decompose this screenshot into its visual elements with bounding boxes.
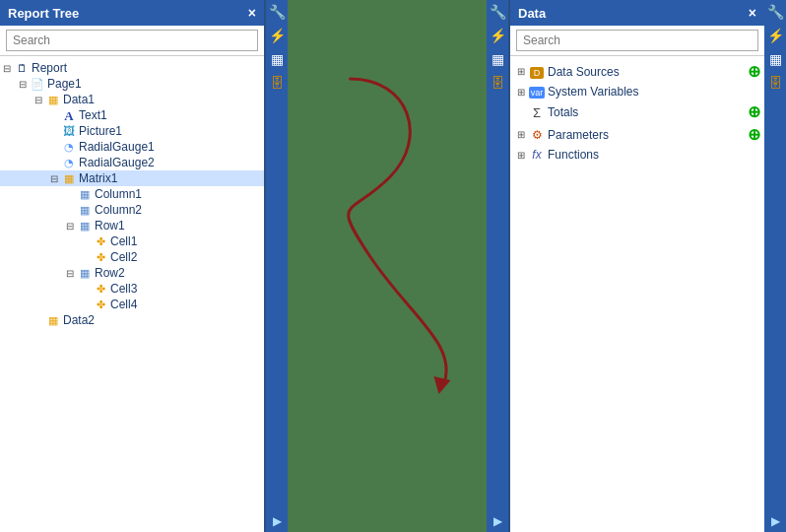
icon-text1: A (61, 108, 77, 122)
tree-item-cell4[interactable]: ✤Cell4 (0, 297, 264, 312)
arrow-drawing (288, 0, 487, 532)
icon-cell1: ✤ (93, 234, 108, 248)
data-label-datasources: Data Sources (548, 65, 744, 79)
label-matrix1: Matrix1 (79, 171, 117, 185)
tree-item-data2[interactable]: ▦Data2 (0, 312, 264, 328)
database-icon-r[interactable]: 🗄 (768, 75, 782, 91)
middle-right-toolbar: 🔧⚡▦🗄▶ (487, 0, 508, 532)
toggle-row1[interactable]: ⊟ (63, 221, 77, 232)
wrench-icon-r[interactable]: 🔧 (767, 4, 784, 20)
right-search-input[interactable] (516, 30, 758, 51)
tree-item-cell2[interactable]: ✤Cell2 (0, 249, 264, 265)
label-cell1: Cell1 (110, 234, 137, 248)
left-panel-title: Report Tree (8, 6, 79, 21)
data-icon-totals: Σ (528, 105, 546, 119)
right-panel: Data × ⊞DData Sources⊕⊞varSystem Variabl… (508, 0, 764, 532)
icon-cell2: ✤ (93, 250, 108, 264)
icon-column2: ▦ (77, 203, 93, 217)
tree-item-column1[interactable]: ▦Column1 (0, 186, 264, 202)
data-icon-params: ⚙ (528, 128, 546, 142)
icon-cell3: ✤ (93, 282, 108, 296)
label-report: Report (32, 61, 67, 75)
left-search-input[interactable] (6, 30, 258, 51)
icon-radialgauge2: ◔ (61, 156, 77, 169)
tree-item-radialgauge2[interactable]: ◔RadialGauge2 (0, 155, 264, 170)
label-column2: Column2 (95, 203, 142, 217)
tree-item-page1[interactable]: ⊟📄Page1 (0, 76, 264, 92)
toggle-data1[interactable]: ⊟ (32, 95, 45, 105)
grid-icon-rl[interactable]: ▦ (491, 51, 504, 67)
grid-icon-r[interactable]: ▦ (769, 51, 782, 67)
label-radialgauge2: RadialGauge2 (79, 156, 155, 169)
svg-marker-0 (434, 376, 451, 394)
left-panel-close[interactable]: × (248, 5, 256, 21)
right-panel-close[interactable]: × (749, 5, 756, 21)
data-label-sysvars: System Variables (548, 85, 760, 99)
tree-item-radialgauge1[interactable]: ◔RadialGauge1 (0, 139, 264, 155)
tree-item-matrix1[interactable]: ⊟▦Matrix1 (0, 170, 264, 186)
tree-item-cell1[interactable]: ✤Cell1 (0, 233, 264, 249)
tree-item-column2[interactable]: ▦Column2 (0, 202, 264, 218)
data-tree-item-datasources[interactable]: ⊞DData Sources⊕ (510, 60, 764, 83)
icon-row2: ▦ (77, 266, 93, 280)
toggle-page1[interactable]: ⊟ (16, 79, 30, 90)
tree-item-picture1[interactable]: 🖼Picture1 (0, 123, 264, 139)
data-tree-item-params[interactable]: ⊞⚙Parameters⊕ (510, 123, 764, 146)
toggle-matrix1[interactable]: ⊟ (47, 173, 61, 184)
icon-page1: 📄 (30, 77, 45, 91)
data-toggle-datasources[interactable]: ⊞ (514, 66, 528, 77)
wrench-icon-rl[interactable]: 🔧 (490, 4, 506, 20)
label-cell3: Cell3 (110, 282, 137, 296)
add-btn-params[interactable]: ⊕ (748, 125, 760, 144)
icon-matrix1: ▦ (61, 171, 77, 185)
right-panel-header: Data × (510, 0, 764, 26)
right-search-box (510, 26, 764, 56)
label-cell2: Cell2 (110, 250, 137, 264)
label-page1: Page1 (47, 77, 82, 91)
data-toggle-functions[interactable]: ⊞ (514, 150, 528, 161)
center-canvas (288, 0, 487, 532)
label-data1: Data1 (63, 93, 95, 106)
label-row1: Row1 (95, 219, 125, 233)
database-icon-left[interactable]: 🗄 (270, 75, 284, 91)
data-toggle-params[interactable]: ⊞ (514, 129, 528, 140)
icon-data2: ▦ (45, 313, 61, 327)
play-icon-r[interactable]: ▶ (771, 514, 780, 528)
data-tree-item-sysvars[interactable]: ⊞varSystem Variables (510, 83, 764, 100)
data-toggle-sysvars[interactable]: ⊞ (514, 87, 528, 98)
tree-item-row2[interactable]: ⊟▦Row2 (0, 265, 264, 281)
icon-row1: ▦ (77, 219, 93, 233)
label-row2: Row2 (95, 266, 125, 280)
tree-item-cell3[interactable]: ✤Cell3 (0, 281, 264, 297)
label-picture1: Picture1 (79, 124, 122, 138)
play-icon-left[interactable]: ▶ (273, 514, 282, 528)
data-tree-item-functions[interactable]: ⊞fxFunctions (510, 146, 764, 164)
lightning-icon-left[interactable]: ⚡ (269, 28, 286, 43)
tree-item-report[interactable]: ⊟🗒Report (0, 60, 264, 76)
right-tree-container: ⊞DData Sources⊕⊞varSystem VariablesΣTota… (510, 56, 764, 532)
icon-data1: ▦ (45, 93, 61, 106)
toggle-report[interactable]: ⊟ (0, 63, 14, 74)
data-label-totals: Totals (548, 105, 744, 119)
tree-item-data1[interactable]: ⊟▦Data1 (0, 92, 264, 107)
toggle-row2[interactable]: ⊟ (63, 268, 77, 279)
tree-item-row1[interactable]: ⊟▦Row1 (0, 218, 264, 233)
rightmost-toolbar: 🔧⚡▦🗄▶ (764, 0, 786, 532)
data-label-params: Parameters (548, 128, 744, 142)
add-btn-totals[interactable]: ⊕ (748, 102, 760, 121)
lightning-icon-r[interactable]: ⚡ (767, 28, 784, 43)
database-icon-rl[interactable]: 🗄 (491, 75, 504, 91)
icon-report: 🗒 (14, 61, 30, 75)
data-icon-functions: fx (528, 148, 546, 162)
add-btn-datasources[interactable]: ⊕ (748, 62, 760, 81)
tree-item-text1[interactable]: AText1 (0, 107, 264, 123)
label-cell4: Cell4 (110, 298, 137, 311)
lightning-icon-rl[interactable]: ⚡ (490, 28, 506, 43)
icon-cell4: ✤ (93, 298, 108, 311)
grid-icon-left[interactable]: ▦ (271, 51, 284, 67)
left-tree-container: ⊟🗒Report⊟📄Page1⊟▦Data1AText1🖼Picture1◔Ra… (0, 56, 264, 532)
play-icon-rl[interactable]: ▶ (493, 514, 502, 528)
middle-left-toolbar: 🔧⚡▦🗄▶ (266, 0, 288, 532)
data-tree-item-totals[interactable]: ΣTotals⊕ (510, 100, 764, 123)
wrench-icon-left[interactable]: 🔧 (269, 4, 286, 20)
